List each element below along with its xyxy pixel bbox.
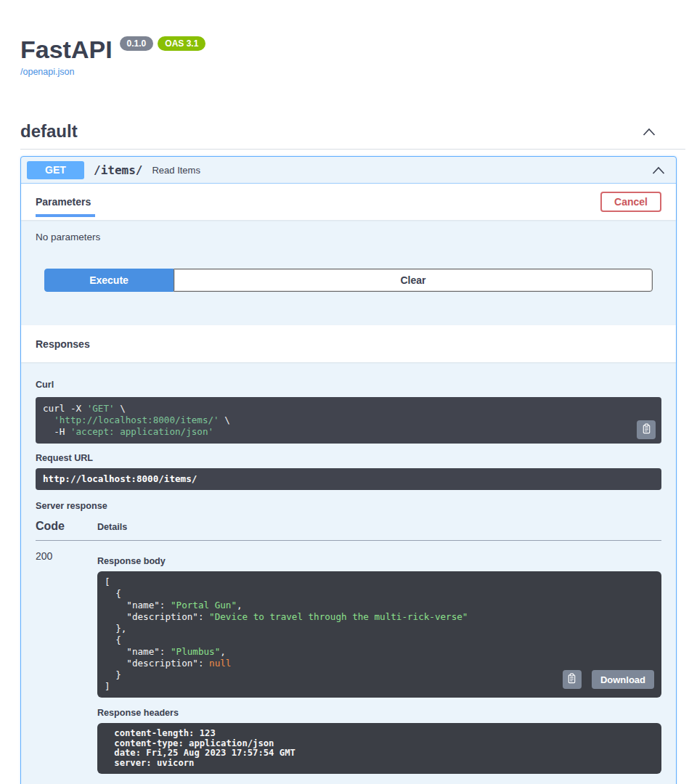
clipboard-icon xyxy=(641,423,652,436)
swagger-ui-page: FastAPI 0.1.0 OAS 3.1 /openapi.json defa… xyxy=(20,0,677,784)
response-headers-block: content-length: 123 content-type: applic… xyxy=(97,723,661,774)
execute-button[interactable]: Execute xyxy=(44,269,174,292)
response-body-block: [ { "name": "Portal Gun", "description":… xyxy=(97,571,661,698)
download-button[interactable]: Download xyxy=(592,670,654,689)
code-column-header: Code xyxy=(36,520,97,533)
opblock-summary[interactable]: GET /items/ Read Items xyxy=(21,157,676,184)
table-header-row: Code Details xyxy=(36,520,661,533)
version-badge: 0.1.0 xyxy=(120,36,154,51)
request-url-value: http://localhost:8000/items/ xyxy=(43,473,654,485)
method-badge: GET xyxy=(27,161,84,179)
no-parameters-text: No parameters xyxy=(36,232,661,269)
parameters-container: No parameters Execute Clear xyxy=(21,220,676,325)
chevron-up-icon[interactable] xyxy=(642,126,656,137)
cancel-button[interactable]: Cancel xyxy=(600,192,661,212)
copy-to-clipboard-button[interactable] xyxy=(637,420,656,439)
operation-summary: Read Items xyxy=(152,165,651,176)
response-body-label: Response body xyxy=(97,556,661,566)
clear-button[interactable]: Clear xyxy=(174,269,653,292)
responses-section-header: Responses xyxy=(21,325,676,362)
execute-wrapper: Execute Clear xyxy=(36,269,661,314)
operation-path: /items/ xyxy=(94,163,142,177)
curl-code-block: curl -X 'GET' \ 'http://localhost:8000/i… xyxy=(36,397,661,444)
tag-divider xyxy=(20,149,685,150)
tag-title: default xyxy=(20,121,78,142)
chevron-up-icon[interactable] xyxy=(651,165,666,175)
tag-section-default[interactable]: default xyxy=(20,121,677,142)
curl-label: Curl xyxy=(36,380,661,390)
page-title: FastAPI xyxy=(20,35,113,64)
responses-title: Responses xyxy=(36,338,90,350)
live-responses-table: Code Details 200 Response body [ { "name… xyxy=(36,520,661,774)
request-url-label: Request URL xyxy=(36,453,661,463)
copy-to-clipboard-button[interactable] xyxy=(563,670,582,689)
request-url-block: http://localhost:8000/items/ xyxy=(36,468,661,490)
status-code: 200 xyxy=(36,550,97,562)
opblock-get-items: GET /items/ Read Items Parameters Cancel… xyxy=(20,156,677,784)
tab-parameters[interactable]: Parameters xyxy=(36,196,95,217)
clipboard-icon xyxy=(566,673,577,686)
responses-inner: Curl curl -X 'GET' \ 'http://localhost:8… xyxy=(21,362,676,784)
api-info: FastAPI 0.1.0 OAS 3.1 /openapi.json xyxy=(20,0,677,78)
response-headers-label: Response headers xyxy=(97,708,661,718)
parameters-section-header: Parameters Cancel xyxy=(21,184,676,220)
server-response-label: Server response xyxy=(36,501,661,511)
oas-badge: OAS 3.1 xyxy=(158,36,205,51)
openapi-spec-link[interactable]: /openapi.json xyxy=(20,67,74,77)
details-column-header: Details xyxy=(97,522,127,532)
table-row: 200 Response body [ { "name": "Portal Gu… xyxy=(36,541,661,774)
